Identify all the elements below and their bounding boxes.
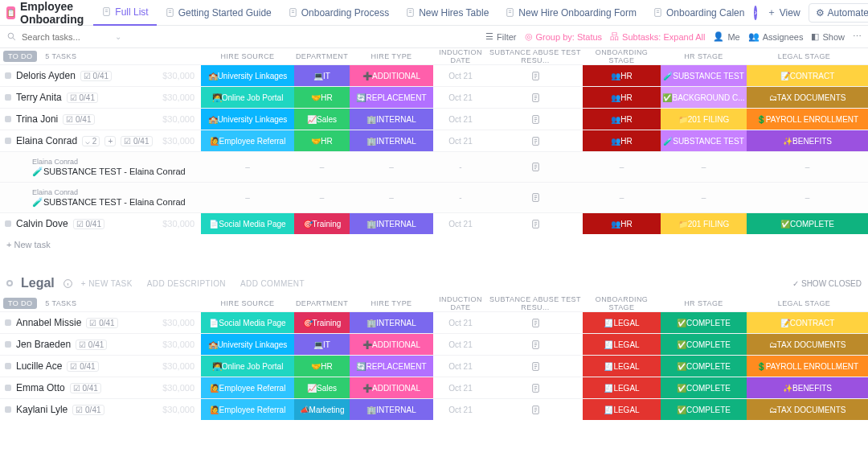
badge[interactable]: 👥HR (583, 213, 661, 234)
filter-button[interactable]: ☰ Filter (485, 31, 516, 42)
badge[interactable]: 🎯Training (294, 312, 350, 333)
badge[interactable]: 🤝HR (294, 130, 350, 151)
substance-doc[interactable] (488, 312, 583, 333)
task-cell[interactable]: Jen Braeden ☑ 0/41 $30,000 (0, 334, 201, 355)
status-chip[interactable]: TO DO (3, 298, 37, 309)
badge[interactable]: 🏢INTERNAL (350, 312, 433, 333)
induction-date[interactable]: Oct 21 (433, 377, 488, 398)
view-button[interactable]: ＋View (760, 2, 807, 23)
table-row[interactable]: Jen Braeden ☑ 0/41 $30,000 🏫University L… (0, 333, 868, 355)
tab-3[interactable]: New Hires Table (397, 0, 497, 26)
status-dot[interactable] (5, 94, 11, 101)
new-task-button[interactable]: + New task (0, 234, 868, 255)
badge[interactable]: 📈Sales (294, 109, 350, 130)
badge[interactable]: 🎯Training (294, 213, 350, 234)
badge[interactable]: 🏢INTERNAL (350, 399, 433, 420)
badge[interactable]: 🤝HR (294, 356, 350, 377)
subtask-row[interactable]: Elaina Conrad 🧪SUBSTANCE TEST - Elaina C… (0, 151, 868, 182)
col-source[interactable]: HIRE SOURCE (201, 52, 294, 60)
task-cell[interactable]: Elaina Conrad ⌵ 2+ ☑ 0/41 $30,000 (0, 130, 201, 151)
badge[interactable]: 🙋Employee Referral (201, 399, 294, 420)
subtask-count[interactable]: ⌵ 2 (82, 136, 100, 146)
induction-date[interactable]: Oct 21 (433, 213, 488, 234)
badge[interactable]: ✅COMPLETE (747, 213, 868, 234)
badge[interactable]: 📄Social Media Page (201, 312, 294, 333)
badge[interactable]: 🧑‍💻Online Job Portal (201, 356, 294, 377)
badge[interactable]: 🙋Employee Referral (201, 130, 294, 151)
status-dot[interactable] (5, 72, 11, 79)
badge[interactable]: ✅COMPLETE (661, 334, 747, 355)
col-hr[interactable]: HR STAGE (661, 299, 747, 307)
col-substance[interactable]: SUBTANCE ABUSE TEST RESU... (488, 295, 583, 311)
badge[interactable]: ✨BENEFITS (747, 130, 868, 151)
badge[interactable]: 📝CONTRACT (747, 65, 868, 86)
col-type[interactable]: HIRE TYPE (350, 299, 433, 307)
status-dot[interactable] (5, 406, 11, 413)
document-icon[interactable] (530, 318, 541, 328)
badge[interactable]: 👥HR (583, 109, 661, 130)
document-icon[interactable] (530, 219, 541, 229)
badge[interactable]: 🙋Employee Referral (201, 377, 294, 398)
status-chip[interactable]: TO DO (3, 51, 37, 62)
tab-5[interactable]: Onboarding Calen (645, 0, 752, 26)
induction-date[interactable]: Oct 21 (433, 356, 488, 377)
task-cell[interactable]: Deloris Ayden ☑ 0/41 $30,000 (0, 65, 201, 86)
badge[interactable]: 🔄REPLACEMENT (350, 87, 433, 108)
substance-doc[interactable] (488, 87, 583, 108)
status-dot[interactable] (5, 341, 11, 348)
badge[interactable]: 🧾LEGAL (583, 334, 661, 355)
groupby-button[interactable]: ◎ Group by: Status (525, 31, 603, 42)
tab-4[interactable]: New Hire Onboarding Form (497, 0, 645, 26)
badge[interactable]: 🏫University Linkages (201, 109, 294, 130)
table-row[interactable]: Trina Joni ☑ 0/41 $30,000 🏫University Li… (0, 108, 868, 130)
search-input[interactable] (22, 32, 110, 42)
search-chevron-icon[interactable]: ⌄ (115, 32, 121, 41)
subtask-progress[interactable]: ☑ 0/41 (121, 136, 152, 146)
badge[interactable]: 📝CONTRACT (747, 312, 868, 333)
badge[interactable]: 👥HR (583, 130, 661, 151)
status-dot[interactable] (5, 319, 11, 326)
tab-0[interactable]: Full List (93, 0, 156, 26)
subtask-progress[interactable]: ☑ 0/41 (76, 340, 107, 350)
badge[interactable]: ✨BENEFITS (747, 377, 868, 398)
task-cell[interactable]: Kaylani Lyle ☑ 0/41 $30,000 (0, 399, 201, 420)
badge[interactable]: 📣Marketing (294, 399, 350, 420)
badge[interactable]: ✅COMPLETE (661, 399, 747, 420)
col-type[interactable]: HIRE TYPE (350, 52, 433, 60)
badge[interactable]: ✅BACKGROUND C... (661, 87, 747, 108)
group-status-icon[interactable] (6, 280, 13, 286)
badge[interactable]: ✅COMPLETE (661, 377, 747, 398)
tab-2[interactable]: Onboarding Process (280, 0, 397, 26)
badge[interactable]: 🔄REPLACEMENT (350, 356, 433, 377)
badge[interactable]: 🏢INTERNAL (350, 213, 433, 234)
table-row[interactable]: Calvin Dove ☑ 0/41 $30,000 📄Social Media… (0, 212, 868, 234)
subtask-progress[interactable]: ☑ 0/41 (73, 219, 104, 229)
induction-date[interactable]: Oct 21 (433, 312, 488, 333)
badge[interactable]: ✅COMPLETE (661, 312, 747, 333)
task-cell[interactable]: Lucille Ace ☑ 0/41 $30,000 (0, 356, 201, 377)
col-dept[interactable]: DEPARTMENT (294, 52, 350, 60)
task-cell[interactable]: Annabel Missie ☑ 0/41 $30,000 (0, 312, 201, 333)
show-closed[interactable]: ✓ SHOW CLOSED (792, 279, 862, 288)
status-dot[interactable] (5, 138, 11, 144)
status-dot[interactable] (5, 220, 11, 227)
badge[interactable]: 🏫University Linkages (201, 334, 294, 355)
table-row[interactable]: Emma Otto ☑ 0/41 $30,000 🙋Employee Refer… (0, 377, 868, 398)
badge[interactable]: 💲PAYROLL ENROLLMENT (747, 356, 868, 377)
badge[interactable]: 🏫University Linkages (201, 65, 294, 86)
badge[interactable]: 📈Sales (294, 377, 350, 398)
badge[interactable]: 🏢INTERNAL (350, 130, 433, 151)
substance-doc[interactable] (488, 356, 583, 377)
badge[interactable]: 🧪SUBSTANCE TEST (661, 65, 747, 86)
document-icon[interactable] (530, 93, 541, 103)
task-cell[interactable]: Trina Joni ☑ 0/41 $30,000 (0, 109, 201, 130)
badge[interactable]: 📁201 FILING (661, 109, 747, 130)
induction-date[interactable]: Oct 21 (433, 130, 488, 151)
table-row[interactable]: Kaylani Lyle ☑ 0/41 $30,000 🙋Employee Re… (0, 398, 868, 420)
substance-doc[interactable] (488, 334, 583, 355)
badge[interactable]: 👥HR (583, 87, 661, 108)
subtask-row[interactable]: Elaina Conrad 🧪SUBSTANCE TEST - Elaina C… (0, 182, 868, 212)
badge[interactable]: 💻IT (294, 334, 350, 355)
induction-date[interactable]: Oct 21 (433, 109, 488, 130)
badge[interactable]: 🗂TAX DOCUMENTS (747, 334, 868, 355)
